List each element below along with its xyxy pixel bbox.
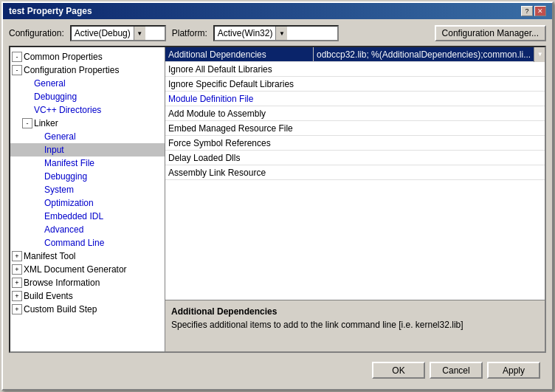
- sidebar-item-label-common-props: Common Properties: [24, 52, 103, 62]
- sidebar-item-label-linker-input: Input: [44, 145, 64, 155]
- prop-row-delay-loaded[interactable]: Delay Loaded Dlls: [165, 151, 545, 165]
- title-bar-buttons: ? ✕: [521, 6, 546, 16]
- collapse-icon[interactable]: -: [12, 52, 22, 62]
- ok-button[interactable]: OK: [372, 362, 425, 379]
- sidebar-item-vcpp-dirs[interactable]: VC++ Directories: [10, 103, 165, 117]
- prop-name-additional-deps: Additional Dependencies: [165, 49, 313, 60]
- cancel-button[interactable]: Cancel: [430, 362, 483, 379]
- config-manager-button[interactable]: Configuration Manager...: [435, 25, 546, 41]
- prop-row-embed-managed[interactable]: Embed Managed Resource File: [165, 121, 545, 136]
- prop-name-embed-managed: Embed Managed Resource File: [165, 123, 313, 134]
- dialog-content: Configuration: Active(Debug) ▼ Platform:…: [3, 19, 552, 389]
- prop-name-delay-loaded: Delay Loaded Dlls: [165, 153, 313, 163]
- collapse-icon[interactable]: -: [12, 65, 22, 75]
- sidebar-item-label-linker-command-line: Command Line: [44, 238, 104, 248]
- config-row: Configuration: Active(Debug) ▼ Platform:…: [9, 25, 546, 41]
- prop-value-wrapper-additional-deps: odbccp32.lib; %(AdditionalDependencies);…: [313, 47, 545, 62]
- sidebar-item-linker-input[interactable]: Input: [10, 143, 165, 157]
- left-panel: -Common Properties-Configuration Propert…: [10, 47, 165, 351]
- sidebar-item-linker-embedded-idl[interactable]: Embedded IDL: [10, 210, 165, 223]
- sidebar-item-linker-general[interactable]: General: [10, 130, 165, 143]
- expand-icon[interactable]: +: [12, 264, 22, 275]
- expand-icon[interactable]: +: [12, 304, 22, 314]
- sidebar-item-linker-command-line[interactable]: Command Line: [10, 236, 165, 250]
- expand-icon[interactable]: +: [12, 278, 22, 288]
- prop-row-force-symbol[interactable]: Force Symbol References: [165, 136, 545, 151]
- prop-name-ignore-specific: Ignore Specific Default Libraries: [165, 79, 313, 89]
- dialog-title: test Property Pages: [9, 6, 92, 16]
- sidebar-item-debugging[interactable]: Debugging: [10, 90, 165, 103]
- expand-icon[interactable]: +: [12, 251, 22, 261]
- sidebar-item-label-linker-general: General: [44, 131, 76, 142]
- sidebar-item-browse-info[interactable]: +Browse Information: [10, 276, 165, 289]
- prop-row-additional-deps[interactable]: Additional Dependenciesodbccp32.lib; %(A…: [165, 47, 545, 62]
- sidebar-item-label-browse-info: Browse Information: [24, 278, 100, 288]
- prop-row-module-def-file[interactable]: Module Definition File: [165, 92, 545, 106]
- sidebar-item-label-linker-manifest: Manifest File: [44, 158, 94, 168]
- sidebar-item-label-linker-debugging: Debugging: [44, 171, 87, 182]
- platform-label: Platform:: [172, 28, 207, 38]
- platform-select[interactable]: Active(Win32) ▼: [213, 25, 339, 41]
- sidebar-item-config-props[interactable]: -Configuration Properties: [10, 63, 165, 77]
- prop-name-ignore-all: Ignore All Default Libraries: [165, 64, 313, 75]
- sidebar-item-label-general: General: [34, 78, 66, 89]
- apply-button[interactable]: Apply: [487, 362, 540, 379]
- config-label: Configuration:: [9, 28, 64, 38]
- sidebar-item-label-debugging: Debugging: [34, 92, 77, 102]
- prop-row-add-module[interactable]: Add Module to Assembly: [165, 106, 545, 121]
- description-text: Specifies additional items to add to the…: [171, 320, 539, 330]
- sidebar-item-build-events[interactable]: +Build Events: [10, 289, 165, 303]
- properties-grid: Additional Dependenciesodbccp32.lib; %(A…: [165, 47, 545, 300]
- sidebar-item-linker-system[interactable]: System: [10, 183, 165, 196]
- sidebar-item-manifest-tool[interactable]: +Manifest Tool: [10, 250, 165, 263]
- prop-name-assembly-link: Assembly Link Resource: [165, 168, 313, 178]
- sidebar-item-custom-build[interactable]: +Custom Build Step: [10, 303, 165, 316]
- prop-dropdown-btn-additional-deps[interactable]: ▼: [534, 47, 545, 62]
- expand-icon[interactable]: +: [12, 291, 22, 301]
- sidebar-item-linker-optimization[interactable]: Optimization: [10, 196, 165, 210]
- config-select[interactable]: Active(Debug) ▼: [70, 25, 166, 41]
- sidebar-item-label-manifest-tool: Manifest Tool: [24, 251, 75, 261]
- config-select-value: Active(Debug): [72, 28, 134, 38]
- right-panel: Additional Dependenciesodbccp32.lib; %(A…: [165, 47, 545, 351]
- prop-row-ignore-all[interactable]: Ignore All Default Libraries: [165, 62, 545, 77]
- collapse-icon[interactable]: -: [22, 118, 32, 128]
- sidebar-item-label-linker-system: System: [44, 185, 74, 195]
- help-button[interactable]: ?: [521, 6, 533, 16]
- platform-select-value: Active(Win32): [215, 28, 276, 38]
- prop-name-add-module: Add Module to Assembly: [165, 109, 313, 119]
- sidebar-item-common-props[interactable]: -Common Properties: [10, 50, 165, 63]
- sidebar-item-linker-manifest[interactable]: Manifest File: [10, 157, 165, 170]
- dialog-window: test Property Pages ? ✕ Configuration: A…: [1, 1, 554, 391]
- sidebar-item-label-vcpp-dirs: VC++ Directories: [34, 105, 101, 115]
- sidebar-item-label-linker-embedded-idl: Embedded IDL: [44, 211, 103, 221]
- description-title: Additional Dependencies: [171, 306, 539, 317]
- sidebar-item-linker-advanced[interactable]: Advanced: [10, 223, 165, 236]
- sidebar-item-label-linker: Linker: [34, 118, 58, 128]
- sidebar-item-xml-doc-gen[interactable]: +XML Document Generator: [10, 263, 165, 276]
- prop-row-ignore-specific[interactable]: Ignore Specific Default Libraries: [165, 77, 545, 92]
- sidebar-item-general[interactable]: General: [10, 77, 165, 90]
- sidebar-item-linker[interactable]: -Linker: [10, 117, 165, 130]
- prop-value-additional-deps: odbccp32.lib; %(AdditionalDependencies);…: [314, 49, 534, 60]
- sidebar-item-linker-debugging[interactable]: Debugging: [10, 170, 165, 183]
- prop-name-force-symbol: Force Symbol References: [165, 138, 313, 148]
- sidebar-item-label-build-events: Build Events: [24, 291, 73, 301]
- button-row: OK Cancel Apply: [9, 357, 546, 383]
- config-select-arrow: ▼: [134, 27, 145, 40]
- title-bar: test Property Pages ? ✕: [3, 3, 552, 19]
- description-area: Additional Dependencies Specifies additi…: [165, 300, 545, 351]
- prop-name-module-def-file: Module Definition File: [165, 94, 313, 104]
- close-button[interactable]: ✕: [534, 6, 546, 16]
- sidebar-item-label-linker-advanced: Advanced: [44, 224, 83, 235]
- platform-select-arrow: ▼: [275, 27, 287, 40]
- sidebar-item-label-config-props: Configuration Properties: [24, 65, 119, 75]
- sidebar-item-label-custom-build: Custom Build Step: [24, 304, 97, 314]
- sidebar-item-label-linker-optimization: Optimization: [44, 198, 94, 208]
- prop-row-assembly-link[interactable]: Assembly Link Resource: [165, 165, 545, 180]
- main-area: -Common Properties-Configuration Propert…: [9, 46, 546, 353]
- sidebar-item-label-xml-doc-gen: XML Document Generator: [24, 264, 127, 275]
